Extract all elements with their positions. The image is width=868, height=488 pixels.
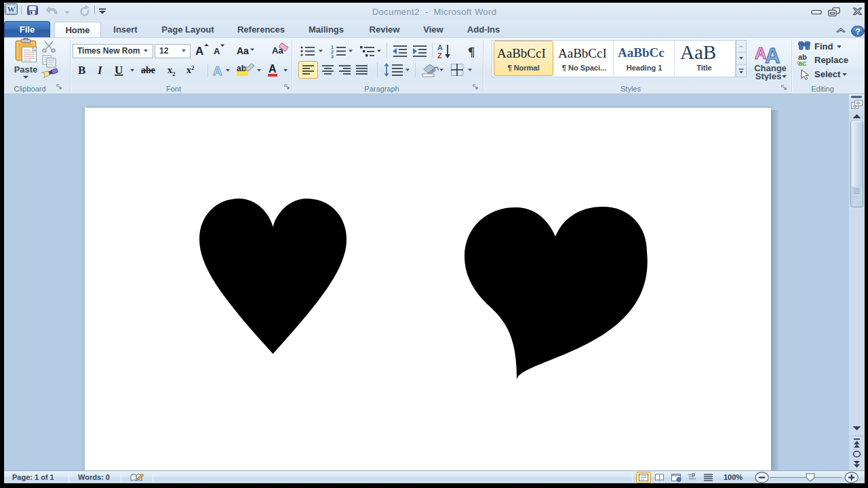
svg-text:abe: abe xyxy=(141,65,155,75)
svg-text:A: A xyxy=(214,46,220,56)
svg-text:2: 2 xyxy=(172,70,176,77)
svg-text:x: x xyxy=(167,65,172,75)
svg-text:Z: Z xyxy=(437,52,442,60)
svg-text:2: 2 xyxy=(331,49,334,54)
svg-text:B: B xyxy=(78,64,85,77)
svg-text:Replace: Replace xyxy=(814,55,848,65)
svg-text:¶: ¶ xyxy=(468,45,475,59)
svg-text:Aa: Aa xyxy=(237,45,249,56)
svg-text:W: W xyxy=(7,5,16,14)
svg-text:A: A xyxy=(213,64,222,78)
svg-text:3: 3 xyxy=(331,54,334,59)
svg-text:2: 2 xyxy=(191,64,195,71)
svg-text:A: A xyxy=(269,63,277,75)
svg-text:Select: Select xyxy=(814,69,841,79)
svg-text:A: A xyxy=(195,45,203,58)
svg-text:I: I xyxy=(97,64,103,77)
svg-text:Paste: Paste xyxy=(14,64,38,75)
svg-text:Find: Find xyxy=(814,41,833,52)
svg-text:U: U xyxy=(115,64,123,77)
svg-text:ac: ac xyxy=(798,59,806,67)
svg-text:ab: ab xyxy=(237,64,246,73)
svg-text:x: x xyxy=(186,65,191,75)
svg-text:A: A xyxy=(437,43,443,52)
svg-text:1: 1 xyxy=(331,45,334,49)
svg-text:?: ? xyxy=(855,26,861,37)
svg-text:Styles: Styles xyxy=(755,71,781,81)
